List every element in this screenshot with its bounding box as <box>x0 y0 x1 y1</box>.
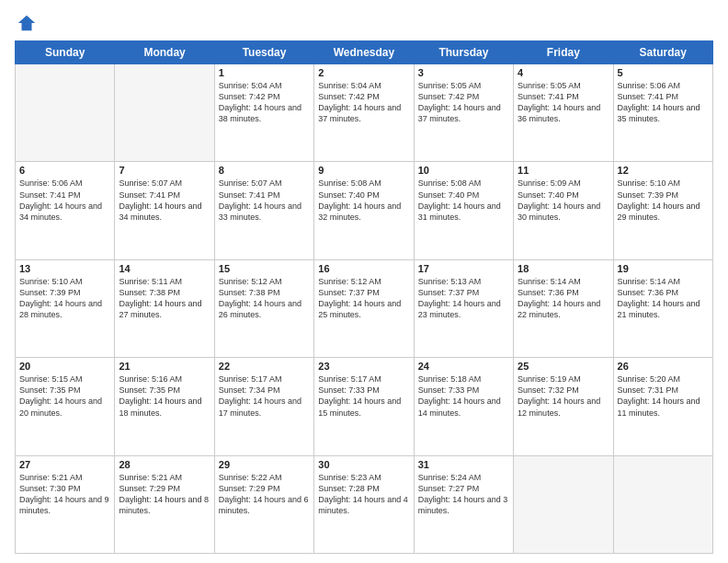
calendar-cell: 23Sunrise: 5:17 AM Sunset: 7:33 PM Dayli… <box>314 358 414 455</box>
cell-data: Sunrise: 5:13 AM Sunset: 7:37 PM Dayligh… <box>418 276 509 321</box>
cell-data: Sunrise: 5:21 AM Sunset: 7:29 PM Dayligh… <box>119 472 210 517</box>
cell-data: Sunrise: 5:06 AM Sunset: 7:41 PM Dayligh… <box>618 80 709 125</box>
day-number: 20 <box>19 361 110 372</box>
day-number: 9 <box>318 165 409 176</box>
calendar-cell: 31Sunrise: 5:24 AM Sunset: 7:27 PM Dayli… <box>414 455 513 553</box>
day-number: 19 <box>618 263 709 274</box>
cell-data: Sunrise: 5:10 AM Sunset: 7:39 PM Dayligh… <box>618 178 709 223</box>
calendar-cell: 25Sunrise: 5:19 AM Sunset: 7:32 PM Dayli… <box>514 358 613 455</box>
day-number: 7 <box>119 165 210 176</box>
cell-data: Sunrise: 5:09 AM Sunset: 7:40 PM Dayligh… <box>518 178 609 223</box>
cell-data: Sunrise: 5:04 AM Sunset: 7:42 PM Dayligh… <box>318 80 409 125</box>
calendar-cell: 6Sunrise: 5:06 AM Sunset: 7:41 PM Daylig… <box>16 162 115 259</box>
day-number: 25 <box>518 361 609 372</box>
calendar-cell: 7Sunrise: 5:07 AM Sunset: 7:41 PM Daylig… <box>115 162 214 259</box>
cell-data: Sunrise: 5:11 AM Sunset: 7:38 PM Dayligh… <box>119 276 210 321</box>
calendar-cell: 22Sunrise: 5:17 AM Sunset: 7:34 PM Dayli… <box>214 358 313 455</box>
cell-data: Sunrise: 5:06 AM Sunset: 7:41 PM Dayligh… <box>19 178 110 223</box>
day-number: 13 <box>19 263 110 274</box>
weekday-header-monday: Monday <box>115 41 214 64</box>
day-number: 18 <box>518 263 609 274</box>
day-number: 24 <box>418 361 509 372</box>
cell-data: Sunrise: 5:17 AM Sunset: 7:33 PM Dayligh… <box>318 373 409 419</box>
cell-data: Sunrise: 5:05 AM Sunset: 7:41 PM Dayligh… <box>518 80 609 125</box>
day-number: 21 <box>119 361 210 372</box>
calendar-cell: 15Sunrise: 5:12 AM Sunset: 7:38 PM Dayli… <box>214 259 313 357</box>
calendar-cell: 17Sunrise: 5:13 AM Sunset: 7:37 PM Dayli… <box>414 259 513 357</box>
day-number: 28 <box>119 459 210 470</box>
cell-data: Sunrise: 5:08 AM Sunset: 7:40 PM Dayligh… <box>318 178 409 223</box>
weekday-header-thursday: Thursday <box>414 41 513 64</box>
logo-icon <box>17 13 37 33</box>
calendar-cell: 28Sunrise: 5:21 AM Sunset: 7:29 PM Dayli… <box>115 455 214 553</box>
day-number: 17 <box>418 263 509 274</box>
cell-data: Sunrise: 5:08 AM Sunset: 7:40 PM Dayligh… <box>418 178 509 223</box>
calendar-cell <box>115 64 214 162</box>
cell-data: Sunrise: 5:22 AM Sunset: 7:29 PM Dayligh… <box>219 472 310 517</box>
day-number: 1 <box>219 67 310 78</box>
cell-data: Sunrise: 5:14 AM Sunset: 7:36 PM Dayligh… <box>518 276 609 321</box>
calendar-cell <box>613 455 712 553</box>
cell-data: Sunrise: 5:12 AM Sunset: 7:38 PM Dayligh… <box>219 276 310 321</box>
calendar-cell <box>514 455 613 553</box>
calendar-cell: 21Sunrise: 5:16 AM Sunset: 7:35 PM Dayli… <box>115 358 214 455</box>
cell-data: Sunrise: 5:24 AM Sunset: 7:27 PM Dayligh… <box>418 472 509 517</box>
day-number: 8 <box>219 165 310 176</box>
day-number: 11 <box>518 165 609 176</box>
page: SundayMondayTuesdayWednesdayThursdayFrid… <box>0 0 728 563</box>
header <box>15 13 713 33</box>
calendar-cell: 5Sunrise: 5:06 AM Sunset: 7:41 PM Daylig… <box>613 64 712 162</box>
calendar-cell <box>16 64 115 162</box>
logo <box>15 13 37 33</box>
calendar-cell: 10Sunrise: 5:08 AM Sunset: 7:40 PM Dayli… <box>414 162 513 259</box>
cell-data: Sunrise: 5:19 AM Sunset: 7:32 PM Dayligh… <box>518 373 609 419</box>
calendar-cell: 11Sunrise: 5:09 AM Sunset: 7:40 PM Dayli… <box>514 162 613 259</box>
cell-data: Sunrise: 5:07 AM Sunset: 7:41 PM Dayligh… <box>219 178 310 223</box>
cell-data: Sunrise: 5:21 AM Sunset: 7:30 PM Dayligh… <box>19 472 110 517</box>
day-number: 6 <box>19 165 110 176</box>
cell-data: Sunrise: 5:15 AM Sunset: 7:35 PM Dayligh… <box>19 373 110 419</box>
calendar-cell: 14Sunrise: 5:11 AM Sunset: 7:38 PM Dayli… <box>115 259 214 357</box>
day-number: 30 <box>318 459 409 470</box>
calendar: SundayMondayTuesdayWednesdayThursdayFrid… <box>15 40 713 554</box>
day-number: 2 <box>318 67 409 78</box>
cell-data: Sunrise: 5:16 AM Sunset: 7:35 PM Dayligh… <box>119 373 210 419</box>
cell-data: Sunrise: 5:05 AM Sunset: 7:42 PM Dayligh… <box>418 80 509 125</box>
calendar-cell: 16Sunrise: 5:12 AM Sunset: 7:37 PM Dayli… <box>314 259 414 357</box>
calendar-cell: 13Sunrise: 5:10 AM Sunset: 7:39 PM Dayli… <box>16 259 115 357</box>
weekday-header-sunday: Sunday <box>16 41 115 64</box>
day-number: 27 <box>19 459 110 470</box>
weekday-header-friday: Friday <box>514 41 613 64</box>
day-number: 16 <box>318 263 409 274</box>
calendar-cell: 26Sunrise: 5:20 AM Sunset: 7:31 PM Dayli… <box>613 358 712 455</box>
calendar-cell: 24Sunrise: 5:18 AM Sunset: 7:33 PM Dayli… <box>414 358 513 455</box>
calendar-cell: 27Sunrise: 5:21 AM Sunset: 7:30 PM Dayli… <box>16 455 115 553</box>
calendar-cell: 30Sunrise: 5:23 AM Sunset: 7:28 PM Dayli… <box>314 455 414 553</box>
weekday-header-tuesday: Tuesday <box>214 41 313 64</box>
day-number: 4 <box>518 67 609 78</box>
calendar-cell: 29Sunrise: 5:22 AM Sunset: 7:29 PM Dayli… <box>214 455 313 553</box>
day-number: 31 <box>418 459 509 470</box>
calendar-cell: 18Sunrise: 5:14 AM Sunset: 7:36 PM Dayli… <box>514 259 613 357</box>
calendar-cell: 8Sunrise: 5:07 AM Sunset: 7:41 PM Daylig… <box>214 162 313 259</box>
cell-data: Sunrise: 5:10 AM Sunset: 7:39 PM Dayligh… <box>19 276 110 321</box>
cell-data: Sunrise: 5:18 AM Sunset: 7:33 PM Dayligh… <box>418 373 509 419</box>
calendar-cell: 4Sunrise: 5:05 AM Sunset: 7:41 PM Daylig… <box>514 64 613 162</box>
day-number: 26 <box>618 361 709 372</box>
day-number: 5 <box>618 67 709 78</box>
day-number: 23 <box>318 361 409 372</box>
weekday-header-saturday: Saturday <box>613 41 712 64</box>
cell-data: Sunrise: 5:23 AM Sunset: 7:28 PM Dayligh… <box>318 472 409 517</box>
weekday-header-wednesday: Wednesday <box>314 41 414 64</box>
calendar-cell: 9Sunrise: 5:08 AM Sunset: 7:40 PM Daylig… <box>314 162 414 259</box>
calendar-cell: 3Sunrise: 5:05 AM Sunset: 7:42 PM Daylig… <box>414 64 513 162</box>
cell-data: Sunrise: 5:17 AM Sunset: 7:34 PM Dayligh… <box>219 373 310 419</box>
cell-data: Sunrise: 5:14 AM Sunset: 7:36 PM Dayligh… <box>618 276 709 321</box>
calendar-cell: 20Sunrise: 5:15 AM Sunset: 7:35 PM Dayli… <box>16 358 115 455</box>
calendar-cell: 12Sunrise: 5:10 AM Sunset: 7:39 PM Dayli… <box>613 162 712 259</box>
day-number: 12 <box>618 165 709 176</box>
calendar-cell: 19Sunrise: 5:14 AM Sunset: 7:36 PM Dayli… <box>613 259 712 357</box>
svg-marker-0 <box>18 16 35 31</box>
day-number: 3 <box>418 67 509 78</box>
day-number: 14 <box>119 263 210 274</box>
